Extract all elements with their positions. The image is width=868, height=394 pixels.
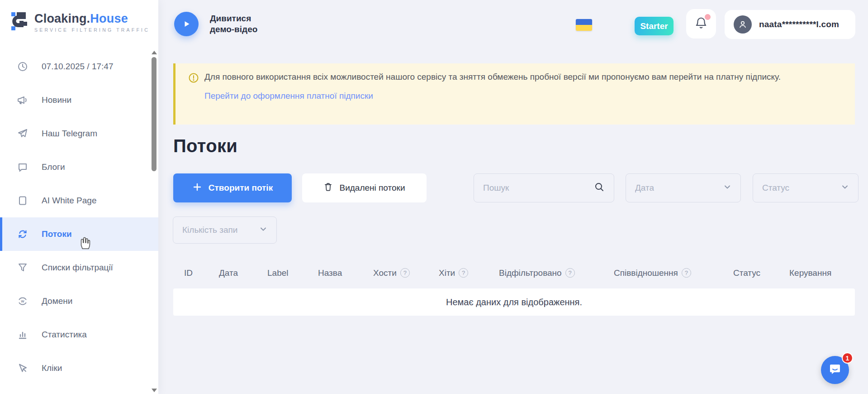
trial-warning-banner: Для повного використання всіх можливосте… bbox=[173, 63, 855, 125]
warning-icon bbox=[188, 72, 199, 85]
chat-smile-icon bbox=[828, 362, 842, 378]
column-header-name: Назва bbox=[318, 268, 373, 278]
page-icon bbox=[17, 195, 28, 207]
banner-message: Для повного використання всіх можливосте… bbox=[204, 71, 805, 83]
date-filter-label: Дата bbox=[635, 183, 654, 193]
help-icon[interactable]: ? bbox=[565, 268, 575, 278]
sidebar-item-blogs[interactable]: Блоги bbox=[0, 150, 158, 184]
sidebar-item-label: Наш Telegram bbox=[42, 129, 97, 139]
column-header-date: Дата bbox=[219, 268, 267, 278]
column-header-label: Label bbox=[267, 268, 318, 278]
column-header-status: Статус bbox=[733, 268, 789, 278]
column-header-hosts: Хости? bbox=[373, 268, 439, 278]
trash-icon bbox=[323, 182, 333, 194]
sidebar-item-domains[interactable]: w Домени bbox=[0, 284, 158, 318]
per-page-label: Кількість запи bbox=[182, 225, 237, 235]
column-header-filtered: Відфільтровано? bbox=[499, 268, 614, 278]
chat-bubble-icon bbox=[17, 161, 28, 173]
demo-video-label: Дивитися демо-відео bbox=[210, 13, 271, 35]
bell-icon bbox=[694, 24, 708, 31]
megaphone-icon bbox=[17, 94, 28, 106]
create-stream-label: Створити потік bbox=[209, 183, 273, 193]
column-header-id: ID bbox=[184, 268, 219, 278]
sidebar-item-ai-white-page[interactable]: AI White Page bbox=[0, 184, 158, 217]
clock-icon bbox=[17, 61, 28, 72]
scrollbar-down-arrow[interactable] bbox=[152, 389, 157, 392]
sidebar-item-label: Блоги bbox=[42, 162, 65, 172]
scrollbar-thumb[interactable] bbox=[152, 57, 157, 171]
chat-unread-badge: 1 bbox=[842, 352, 853, 364]
chevron-down-icon bbox=[841, 183, 849, 193]
deleted-streams-button[interactable]: Видалені потоки bbox=[302, 173, 427, 202]
create-stream-button[interactable]: Створити потік bbox=[173, 173, 292, 202]
svg-text:w: w bbox=[20, 299, 24, 303]
chevron-down-icon bbox=[723, 183, 731, 193]
play-icon[interactable] bbox=[174, 12, 199, 36]
sidebar-item-datetime: 07.10.2025 / 17:47 bbox=[0, 50, 158, 83]
help-icon[interactable]: ? bbox=[400, 268, 410, 278]
scrollbar-up-arrow[interactable] bbox=[152, 51, 157, 54]
user-avatar bbox=[734, 15, 752, 34]
app-screen: Cloaking.House SERVICE FILTERING TRAFFIC… bbox=[0, 0, 868, 394]
brand-name: Cloaking.House bbox=[34, 12, 150, 26]
search-input[interactable] bbox=[483, 183, 594, 193]
sidebar-item-filter-lists[interactable]: Списки фільтрації bbox=[0, 251, 158, 284]
chevron-down-icon bbox=[259, 225, 267, 235]
streams-table-header: ID Дата Label Назва Хости? Хіти? Відфіль… bbox=[173, 260, 855, 285]
sidebar-item-label: AI White Page bbox=[42, 196, 96, 206]
notification-dot bbox=[705, 14, 711, 20]
language-flag-ukraine[interactable] bbox=[576, 19, 592, 31]
telegram-icon bbox=[17, 128, 28, 139]
page-title: Потоки bbox=[173, 136, 237, 156]
sync-icon bbox=[17, 228, 28, 240]
bar-chart-icon bbox=[17, 329, 28, 341]
search-field bbox=[474, 173, 614, 202]
funnel-icon bbox=[17, 262, 28, 274]
help-icon[interactable]: ? bbox=[682, 268, 691, 278]
sidebar-item-label: Домени bbox=[42, 296, 72, 306]
sidebar-item-label: Потоки bbox=[42, 229, 72, 239]
sidebar-item-label: 07.10.2025 / 17:47 bbox=[42, 62, 113, 72]
column-header-hits: Хіти? bbox=[439, 268, 499, 278]
brand-logo[interactable]: Cloaking.House SERVICE FILTERING TRAFFIC bbox=[11, 11, 150, 34]
user-account-button[interactable]: naata**********l.com bbox=[725, 10, 855, 39]
sidebar-item-telegram[interactable]: Наш Telegram bbox=[0, 117, 158, 150]
sidebar-item-clicks[interactable]: Кліки bbox=[0, 351, 158, 385]
column-header-ratio: Співвідношення? bbox=[614, 268, 733, 278]
sidebar-item-label: Списки фільтрації bbox=[42, 263, 113, 273]
sidebar-item-news[interactable]: Новини bbox=[0, 83, 158, 117]
sidebar: Cloaking.House SERVICE FILTERING TRAFFIC… bbox=[0, 0, 158, 394]
brand-tagline: SERVICE FILTERING TRAFFIC bbox=[34, 27, 150, 33]
table-empty-state: Немає даних для відображення. bbox=[173, 288, 855, 316]
sidebar-menu: 07.10.2025 / 17:47 Новини Наш Telegram Б… bbox=[0, 50, 158, 385]
brand-logo-icon bbox=[11, 11, 29, 34]
per-page-select[interactable]: Кількість запи bbox=[173, 216, 277, 244]
status-filter-label: Статус bbox=[762, 183, 789, 193]
plan-badge[interactable]: Starter bbox=[635, 17, 674, 35]
sidebar-scrollbar bbox=[151, 43, 157, 394]
mouse-cursor bbox=[78, 236, 91, 252]
demo-video-button[interactable]: Дивитися демо-відео bbox=[174, 12, 271, 36]
sidebar-item-label: Новини bbox=[42, 95, 71, 105]
main-content: Дивитися демо-відео Starter naata*******… bbox=[158, 0, 868, 394]
domain-icon: w bbox=[17, 295, 28, 307]
sidebar-item-label: Статистика bbox=[42, 330, 87, 340]
deleted-streams-label: Видалені потоки bbox=[339, 183, 405, 193]
user-email: naata**********l.com bbox=[759, 19, 839, 29]
date-filter-select[interactable]: Дата bbox=[626, 173, 741, 202]
help-icon[interactable]: ? bbox=[459, 268, 468, 278]
status-filter-select[interactable]: Статус bbox=[753, 173, 859, 202]
cursor-icon bbox=[17, 362, 28, 374]
upgrade-subscription-link[interactable]: Перейти до оформлення платної підписки bbox=[204, 91, 373, 101]
sidebar-item-label: Кліки bbox=[42, 363, 62, 373]
plus-icon bbox=[192, 182, 202, 194]
column-header-actions: Керування bbox=[789, 268, 852, 278]
notifications-button[interactable] bbox=[686, 9, 716, 38]
sidebar-item-statistics[interactable]: Статистика bbox=[0, 318, 158, 351]
search-icon[interactable] bbox=[594, 182, 605, 194]
